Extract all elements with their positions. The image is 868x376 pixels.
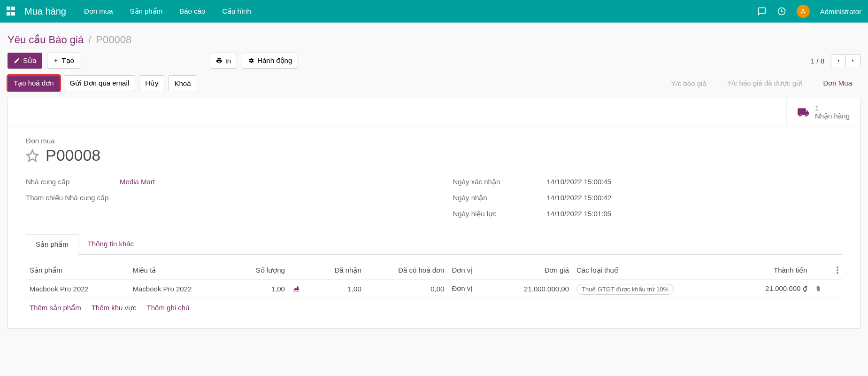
add-product-link[interactable]: Thêm sản phẩm <box>30 304 81 312</box>
area-chart-icon <box>292 286 300 291</box>
cell-tax: Thuế GTGT được khấu trừ 10% <box>573 280 735 298</box>
tab-products[interactable]: Sản phẩm <box>26 234 78 255</box>
menu-reports[interactable]: Báo cáo <box>179 7 205 16</box>
th-product: Sản phẩm <box>26 261 129 280</box>
pager-prev[interactable] <box>831 54 846 67</box>
table-row[interactable]: Macbook Pro 2022 Macbook Pro 2022 1,00 1… <box>26 280 842 298</box>
chevron-right-icon <box>851 57 855 64</box>
cell-product: Macbook Pro 2022 <box>26 280 129 298</box>
status-rfq-sent[interactable]: Y/c báo giá đã được gửi <box>715 75 811 91</box>
lock-button[interactable]: Khoá <box>168 75 197 91</box>
th-tax: Các loại thuế <box>573 261 735 280</box>
breadcrumb-sep: / <box>88 34 91 46</box>
star-icon[interactable] <box>26 149 39 162</box>
th-total: Thành tiền <box>735 261 811 280</box>
cell-delete[interactable] <box>811 280 833 298</box>
edit-button[interactable]: Sửa <box>8 53 42 69</box>
clock-icon[interactable] <box>777 7 786 16</box>
stat-receipts[interactable]: 1 Nhận hàng <box>786 98 860 126</box>
add-links: Thêm sản phẩm Thêm khu vực Thêm ghi chú <box>26 298 842 318</box>
title-label: Đơn mua <box>26 137 842 145</box>
tab-other[interactable]: Thông tin khác <box>78 234 143 254</box>
svg-point-3 <box>837 272 838 274</box>
cell-received: 1,00 <box>312 280 365 298</box>
cell-price: 21.000.000,00 <box>492 280 573 298</box>
pencil-icon <box>14 57 20 64</box>
field-effective-value: 14/10/2022 15:01:05 <box>547 210 612 218</box>
th-billed: Đã có hoá đơn <box>365 261 448 280</box>
apps-icon[interactable] <box>7 7 16 16</box>
create-button[interactable]: Tạo <box>47 53 80 69</box>
topbar: Mua hàng Đơn mua Sản phẩm Báo cáo Cấu hì… <box>0 0 868 23</box>
plus-icon <box>53 58 59 63</box>
add-section-link[interactable]: Thêm khu vực <box>92 304 137 312</box>
print-button[interactable]: In <box>210 53 238 69</box>
field-vendorref-label: Tham chiếu Nhà cung cấp <box>26 194 120 202</box>
th-graph <box>289 261 312 280</box>
menu-config[interactable]: Cấu hình <box>222 7 251 16</box>
truck-icon <box>797 106 809 118</box>
tax-tag: Thuế GTGT được khấu trừ 10% <box>576 284 674 295</box>
field-receipt-label: Ngày nhận <box>453 194 547 202</box>
field-receipt-value: 14/10/2022 15:00:42 <box>547 194 612 202</box>
field-effective-label: Ngày hiệu lực <box>453 210 547 218</box>
breadcrumb: Yêu cầu Báo giá / P00008 <box>8 34 860 46</box>
cell-qty: 1,00 <box>232 280 289 298</box>
cell-total: 21.000.000 ₫ <box>735 280 811 298</box>
menu-products[interactable]: Sản phẩm <box>130 7 163 16</box>
record-name: P00008 <box>46 146 100 164</box>
status-bar: Y/c báo giá Y/c báo giá đã được gửi Đơn … <box>659 75 860 91</box>
th-kebab[interactable] <box>833 261 842 280</box>
form-sheet: 1 Nhận hàng Đơn mua P00008 Nhà cung cấpM… <box>8 98 860 329</box>
svg-point-2 <box>837 269 838 271</box>
th-trash <box>811 261 833 280</box>
create-bill-button[interactable]: Tạo hoá đơn <box>8 75 60 91</box>
status-rfq[interactable]: Y/c báo giá <box>659 75 715 91</box>
th-uom: Đơn vị <box>448 261 492 280</box>
th-received: Đã nhận <box>312 261 365 280</box>
pager-next[interactable] <box>846 54 860 67</box>
th-qty: Số lượng <box>232 261 289 280</box>
status-po[interactable]: Đơn Mua <box>811 75 860 91</box>
cell-forecast[interactable] <box>289 280 312 298</box>
cell-uom: Đơn vị <box>448 280 492 298</box>
gear-icon <box>248 57 254 64</box>
cell-billed: 0,00 <box>365 280 448 298</box>
kebab-icon <box>837 266 838 274</box>
printer-icon <box>216 57 223 64</box>
stat-label: Nhận hàng <box>815 112 850 120</box>
order-lines-table: Sản phẩm Miêu tả Số lượng Đã nhận Đã có … <box>26 261 842 298</box>
field-vendor-value[interactable]: Media Mart <box>120 178 155 186</box>
field-confirm-value: 14/10/2022 15:00:45 <box>547 178 612 186</box>
app-name[interactable]: Mua hàng <box>24 6 66 17</box>
breadcrumb-parent[interactable]: Yêu cầu Báo giá <box>8 34 84 46</box>
field-confirm-label: Ngày xác nhận <box>453 178 547 186</box>
chat-icon[interactable] <box>757 7 767 16</box>
th-price: Đơn giá <box>492 261 573 280</box>
trash-icon <box>815 285 822 292</box>
pager-text[interactable]: 1 / 8 <box>811 57 824 65</box>
send-email-button[interactable]: Gửi Đơn qua email <box>64 75 136 91</box>
top-menu: Đơn mua Sản phẩm Báo cáo Cấu hình <box>84 7 251 16</box>
stat-count: 1 <box>815 104 850 112</box>
user-name[interactable]: Administrator <box>820 8 861 16</box>
action-button[interactable]: Hành động <box>242 53 298 69</box>
cell-desc: Macbook Pro 2022 <box>129 280 231 298</box>
add-note-link[interactable]: Thêm ghi chú <box>147 304 190 312</box>
avatar[interactable]: A <box>797 5 810 18</box>
tabs: Sản phẩm Thông tin khác <box>26 234 842 255</box>
th-desc: Miêu tả <box>129 261 231 280</box>
chevron-left-icon <box>836 57 841 64</box>
menu-orders[interactable]: Đơn mua <box>84 7 113 16</box>
field-vendor-label: Nhà cung cấp <box>26 178 120 186</box>
svg-point-1 <box>837 266 838 268</box>
cancel-button[interactable]: Hủy <box>139 75 164 91</box>
breadcrumb-current: P00008 <box>96 34 131 46</box>
